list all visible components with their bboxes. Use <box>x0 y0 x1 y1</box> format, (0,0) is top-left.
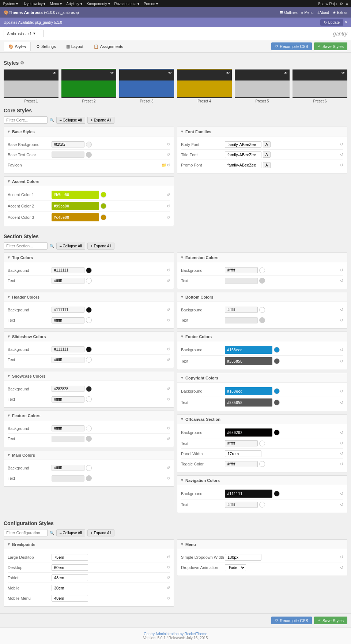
large-desktop-input[interactable] <box>52 554 88 561</box>
accent-colors-header[interactable]: ▾ Accent Colors <box>4 177 174 186</box>
header-bg-input[interactable] <box>52 307 84 313</box>
title-font-reset[interactable]: ↺ <box>340 152 343 157</box>
bottom-text-input[interactable] <box>225 317 258 323</box>
dropdown-width-input[interactable] <box>225 554 261 561</box>
preset-2[interactable]: 👁 Preset 2 <box>61 69 116 103</box>
footer-bg-swatch-label[interactable]: #168ecd <box>225 346 272 354</box>
top-text-input[interactable] <box>52 278 84 284</box>
admin-icon-gear[interactable]: ⚙ <box>340 2 343 6</box>
slideshow-bg-swatch[interactable] <box>86 347 92 352</box>
preset-1[interactable]: 👁 Preset 1 <box>4 69 58 103</box>
dropdown-animation-select[interactable]: Fade Slide None <box>225 564 246 571</box>
offcanvas-text-input[interactable] <box>225 440 258 446</box>
desktop-input[interactable] <box>52 564 88 571</box>
ext-bg-swatch[interactable] <box>259 267 265 273</box>
main-text-reset[interactable]: ↺ <box>167 476 170 481</box>
config-expand-all-button[interactable]: + Expand All <box>87 529 114 536</box>
header-text-swatch[interactable] <box>86 317 92 323</box>
top-bg-swatch[interactable] <box>86 267 92 273</box>
feature-text-swatch[interactable] <box>86 436 92 442</box>
offcanvas-toggle-swatch[interactable] <box>259 461 265 467</box>
footer-link[interactable]: Gantry Administration by RocketTheme <box>144 632 207 636</box>
footer-bg-reset[interactable]: ↺ <box>340 348 343 352</box>
preset-5[interactable]: 👁 Preset 5 <box>235 69 290 103</box>
dropdown-width-reset[interactable]: ↺ <box>340 555 343 559</box>
accent3-reset[interactable]: ↺ <box>167 215 170 220</box>
accent2-picker[interactable] <box>101 203 106 209</box>
tab-assignments[interactable]: 📋 Assignments <box>89 42 128 51</box>
preset-4-thumb[interactable]: 👁 <box>177 69 232 98</box>
ext-bg-reset[interactable]: ↺ <box>340 268 343 273</box>
config-collapse-all-button[interactable]: – Collapse All <box>56 529 85 536</box>
top-text-swatch[interactable] <box>86 278 92 284</box>
nav-text-swatch[interactable] <box>259 502 265 508</box>
bottom-recompile-button[interactable]: ↻ Recompile CSS <box>271 617 312 624</box>
large-desktop-reset[interactable]: ↺ <box>167 555 170 559</box>
body-font-input[interactable] <box>225 141 261 148</box>
offcanvas-text-reset[interactable]: ↺ <box>340 441 343 446</box>
slideshow-bg-input[interactable] <box>52 346 84 352</box>
slideshow-text-swatch[interactable] <box>86 357 92 363</box>
showcase-bg-reset[interactable]: ↺ <box>167 386 170 391</box>
feature-text-reset[interactable]: ↺ <box>167 437 170 441</box>
offcanvas-bg-reset[interactable]: ↺ <box>340 430 343 435</box>
copyright-bg-reset[interactable]: ↺ <box>340 389 343 394</box>
admin-articles[interactable]: Artykuły ▾ <box>66 2 82 6</box>
admin-help[interactable]: Pomoc ▾ <box>144 2 158 6</box>
tablet-reset[interactable]: ↺ <box>167 575 170 580</box>
copyright-text-reset[interactable]: ↺ <box>340 400 343 405</box>
top-bg-input[interactable] <box>52 267 84 273</box>
header-text-input[interactable] <box>52 317 84 323</box>
update-close-button[interactable]: × <box>345 20 347 25</box>
admin-menu[interactable]: Menu ▾ <box>50 2 62 6</box>
accent3-swatch[interactable]: #c48e00 <box>52 213 99 221</box>
save-styles-button[interactable]: ✓ Save Styles <box>314 42 347 50</box>
core-collapse-all-button[interactable]: – Collapse All <box>56 117 85 124</box>
bottom-text-reset[interactable]: ↺ <box>340 318 343 323</box>
showcase-text-reset[interactable]: ↺ <box>167 397 170 402</box>
base-bg-input[interactable] <box>52 141 84 147</box>
mobile-reset[interactable]: ↺ <box>167 585 170 590</box>
offcanvas-bg-swatch[interactable]: #030202 <box>225 428 272 437</box>
bottom-bg-reset[interactable]: ↺ <box>340 307 343 312</box>
nav-extras[interactable]: ★ Extras <box>333 11 347 15</box>
section-expand-all-button[interactable]: + Expand All <box>87 243 114 250</box>
footer-text-reset[interactable]: ↺ <box>340 359 343 364</box>
body-font-reset[interactable]: ↺ <box>340 142 343 147</box>
main-text-swatch[interactable] <box>86 475 92 481</box>
footer-bg-picker[interactable] <box>274 347 280 353</box>
bottom-colors-header[interactable]: ▾ Bottom Colors <box>177 292 347 302</box>
copyright-bg-swatch-label[interactable]: #168ecd <box>225 387 272 395</box>
header-bg-reset[interactable]: ↺ <box>167 307 170 312</box>
footer-text-swatch-label[interactable]: #585858 <box>225 357 272 365</box>
offcanvas-text-swatch[interactable] <box>259 441 265 446</box>
section-collapse-all-button[interactable]: – Collapse All <box>56 243 85 250</box>
admin-icon-circle[interactable]: ● <box>346 2 348 6</box>
feature-bg-input[interactable] <box>52 425 84 431</box>
admin-components[interactable]: Komponenty ▾ <box>87 2 110 6</box>
bottom-save-button[interactable]: ✓ Save Styles <box>314 617 347 624</box>
header-colors-header[interactable]: ▾ Header Colors <box>4 292 174 302</box>
main-text-input[interactable] <box>52 475 84 482</box>
accent1-picker[interactable] <box>101 192 106 198</box>
desktop-reset[interactable]: ↺ <box>167 565 170 570</box>
nav-bg-swatch[interactable]: #111111 <box>225 490 272 498</box>
mobile-menu-input[interactable] <box>52 595 88 602</box>
feature-colors-header[interactable]: ▾ Feature Colors <box>4 411 174 420</box>
ext-text-reset[interactable]: ↺ <box>340 278 343 283</box>
tab-layout[interactable]: ▦ Layout <box>61 42 88 51</box>
base-bg-swatch[interactable] <box>86 142 92 147</box>
nav-bg-picker[interactable] <box>274 491 280 497</box>
feature-bg-swatch[interactable] <box>86 426 92 431</box>
copyright-colors-header[interactable]: ▾ Copyright Colors <box>177 373 347 383</box>
copyright-bg-picker[interactable] <box>274 388 280 394</box>
nav-about[interactable]: ℹ About <box>317 11 329 15</box>
feature-text-input[interactable] <box>52 436 84 442</box>
ext-text-input[interactable] <box>225 278 258 284</box>
base-text-reset[interactable]: ↺ <box>167 152 170 157</box>
preset-6-thumb[interactable]: 👁 <box>292 69 347 98</box>
offcanvas-panel-width-input[interactable] <box>225 450 261 457</box>
config-filter-input[interactable] <box>4 529 48 536</box>
ext-bg-input[interactable] <box>225 267 258 273</box>
nav-menu[interactable]: ≡ Menu <box>301 11 314 15</box>
